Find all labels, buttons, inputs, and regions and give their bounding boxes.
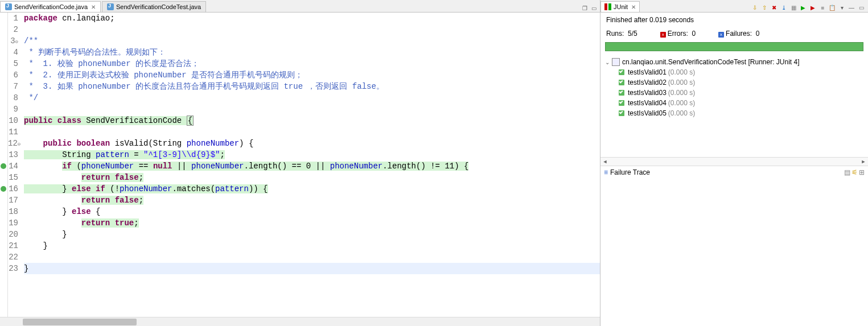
test-node[interactable]: testIsValid04(0.000 s) (602, 98, 867, 108)
view-menu-icon[interactable]: ▾ (837, 3, 846, 12)
test-name: testIsValid01 (628, 68, 667, 76)
show-failures-icon[interactable]: ✖ (770, 3, 779, 12)
test-name: testIsValid05 (628, 109, 667, 117)
test-pass-icon (618, 99, 626, 107)
test-time: (0.000 s) (668, 89, 695, 97)
java-file-icon (5, 3, 12, 10)
java-file-icon (107, 3, 114, 10)
junit-tab-bar: JUnit ✕ ⇩ ⇧ ✖ ⤓ ▦ ▶ ▶ ■ 📋 ▾ — ▭ (600, 0, 868, 13)
failure-trace-body (600, 179, 868, 326)
failure-trace-header: ≡ Failure Trace ▤ ⚟ ⊞ (600, 166, 868, 179)
stop-icon[interactable]: ■ (818, 3, 827, 12)
prev-failure-icon[interactable]: ⇩ (750, 3, 759, 12)
test-time: (0.000 s) (668, 68, 695, 76)
editor-tab[interactable]: SendVerificationCode.java✕ (0, 1, 101, 12)
scroll-right-icon[interactable]: ► (859, 159, 868, 164)
runner-icon (612, 58, 620, 66)
test-pass-icon (618, 79, 626, 86)
junit-tab-label: JUnit (614, 3, 628, 10)
failure-trace-label: Failure Trace (610, 168, 650, 176)
test-node[interactable]: testIsValid05(0.000 s) (602, 108, 867, 118)
error-icon: x (660, 32, 666, 38)
failures-counter: xFailures: 0 (718, 30, 759, 38)
runs-counter: Runs: 5/5 (606, 30, 637, 38)
test-time: (0.000 s) (668, 99, 695, 107)
test-node[interactable]: testIsValid02(0.000 s) (602, 77, 867, 88)
collapse-icon[interactable]: ⌄ (604, 59, 611, 65)
editor-ruler (0, 13, 8, 317)
filter-icon[interactable]: ⚟ (851, 168, 858, 176)
horizontal-scrollbar[interactable] (0, 317, 600, 326)
editor-tab[interactable]: SendVerificationCodeTest.java (102, 1, 206, 12)
scrollbar-thumb[interactable] (23, 319, 137, 325)
editor-panel: SendVerificationCode.java✕SendVerificati… (0, 0, 600, 326)
errors-counter: xErrors: 0 (660, 30, 696, 38)
test-name: testIsValid04 (628, 99, 667, 107)
junit-tab[interactable]: JUnit ✕ (600, 1, 640, 12)
scroll-left-icon[interactable]: ◄ (600, 159, 610, 164)
test-pass-icon (618, 109, 626, 117)
next-failure-icon[interactable]: ⇧ (760, 3, 769, 12)
test-time: (0.000 s) (668, 79, 695, 86)
tree-scrollbar[interactable]: ◄ ► (600, 157, 868, 166)
test-pass-icon (618, 68, 626, 76)
maximize-icon[interactable]: ▭ (857, 3, 866, 12)
minimize-icon[interactable]: — (847, 3, 856, 12)
junit-status: Finished after 0.019 seconds (600, 13, 868, 27)
suite-label: cn.lanqiao.unit.SendVerificationCodeTest… (622, 58, 800, 66)
code-area[interactable]: package cn.lanqiao; /** * 判断手机号码的合法性。规则如… (23, 13, 600, 317)
compare-icon[interactable]: ▤ (844, 168, 850, 176)
rerun-icon[interactable]: ▶ (799, 3, 808, 12)
frame-icon[interactable]: ⊞ (859, 168, 865, 176)
code-editor[interactable]: 123⊖456789101112⊖1314151617181920212223 … (0, 13, 600, 317)
test-suite-node[interactable]: ⌄ cn.lanqiao.unit.SendVerificationCodeTe… (602, 57, 867, 67)
junit-icon (604, 3, 611, 10)
test-tree[interactable]: ⌄ cn.lanqiao.unit.SendVerificationCodeTe… (600, 55, 868, 157)
scroll-lock-icon[interactable]: ⤓ (779, 3, 788, 12)
tab-label: SendVerificationCode.java (14, 3, 88, 10)
failure-icon: x (718, 32, 724, 38)
junit-toolbar: ⇩ ⇧ ✖ ⤓ ▦ ▶ ▶ ■ 📋 ▾ — ▭ (750, 3, 868, 12)
editor-tab-bar: SendVerificationCode.java✕SendVerificati… (0, 0, 600, 13)
failure-trace-panel: ≡ Failure Trace ▤ ⚟ ⊞ (600, 166, 868, 326)
close-icon[interactable]: ✕ (91, 4, 96, 10)
close-icon[interactable]: ✕ (631, 4, 636, 10)
restore-icon[interactable]: ❐ (581, 4, 589, 12)
rerun-failed-icon[interactable]: ▶ (808, 3, 817, 12)
rerun-test-icon[interactable]: ▦ (789, 3, 798, 12)
test-time: (0.000 s) (668, 109, 695, 117)
junit-counters: Runs: 5/5 xErrors: 0 xFailures: 0 (600, 27, 868, 42)
junit-panel: JUnit ✕ ⇩ ⇧ ✖ ⤓ ▦ ▶ ▶ ■ 📋 ▾ — ▭ Finished… (600, 0, 868, 326)
editor-tab-toolbar: ❐ ▭ (581, 4, 598, 12)
line-number-gutter: 123⊖456789101112⊖1314151617181920212223 (8, 13, 23, 317)
history-icon[interactable]: 📋 (828, 3, 837, 12)
tab-label: SendVerificationCodeTest.java (116, 3, 201, 10)
test-node[interactable]: testIsValid01(0.000 s) (602, 67, 867, 77)
progress-bar (605, 42, 863, 51)
maximize-icon[interactable]: ▭ (590, 4, 598, 12)
test-name: testIsValid03 (628, 89, 667, 97)
test-node[interactable]: testIsValid03(0.000 s) (602, 88, 867, 98)
test-name: testIsValid02 (628, 79, 667, 86)
test-pass-icon (618, 89, 626, 97)
stack-icon: ≡ (604, 168, 608, 176)
